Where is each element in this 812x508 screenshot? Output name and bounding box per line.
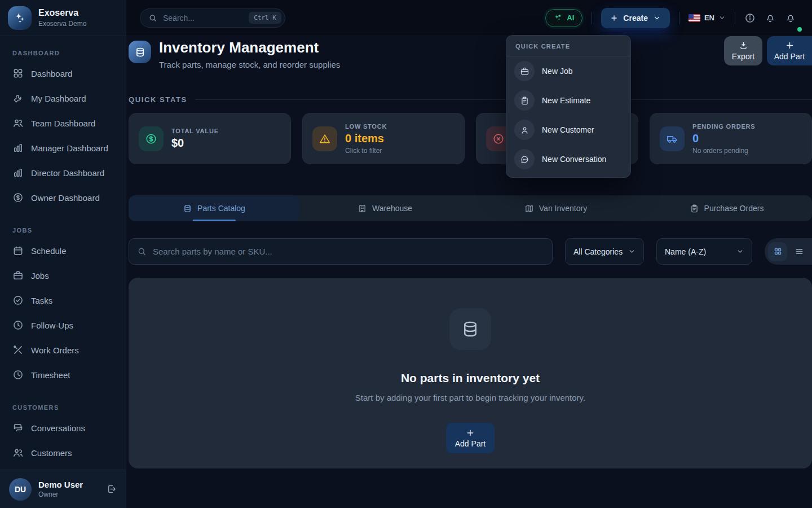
plus-icon (785, 41, 795, 50)
create-label: Create (623, 14, 648, 23)
chevron-down-icon (653, 14, 661, 22)
category-select[interactable]: All Categories (565, 238, 644, 265)
tab-label: Warehouse (372, 204, 412, 213)
tab-purchase-orders[interactable]: Purchase Orders (641, 195, 812, 221)
plus-icon (466, 428, 475, 437)
quick-stats-row: TOTAL VALUE $0 LOW STOCK 0 items Click t… (129, 113, 812, 164)
sidebar-item-manager-dashboard[interactable]: Manager Dashboard (7, 135, 119, 160)
search-icon (137, 247, 147, 256)
avatar: DU (9, 478, 32, 501)
divider (592, 12, 592, 24)
sidebar-item-work-orders[interactable]: Work Orders (7, 338, 119, 362)
quick-stats-header: QUICK STATS (129, 95, 812, 104)
empty-state-title: No parts in inventory yet (401, 371, 540, 385)
section-label-jobs: JOBS (7, 218, 119, 238)
page-subtitle: Track parts, manage stock, and reorder s… (159, 60, 340, 69)
sidebar-item-owner-dashboard[interactable]: Owner Dashboard (7, 185, 119, 210)
add-part-button[interactable]: Add Part (767, 36, 812, 65)
sidebar-item-my-dashboard[interactable]: My Dashboard (7, 86, 119, 111)
user-profile[interactable]: DU Demo User Owner (0, 470, 126, 508)
quick-stats-label: QUICK STATS (129, 95, 187, 104)
menu-item-label: New Conversation (542, 155, 606, 164)
us-flag-icon (689, 14, 700, 22)
map-icon (524, 204, 534, 213)
info-button[interactable] (744, 12, 756, 24)
list-view-icon (795, 247, 804, 256)
create-button[interactable]: Create (601, 8, 670, 28)
sidebar-item-conversations[interactable]: Conversations (7, 415, 119, 440)
users-icon (12, 117, 24, 129)
global-search-input[interactable] (163, 14, 243, 23)
sidebar-item-director-dashboard[interactable]: Director Dashboard (7, 160, 119, 185)
language-selector[interactable]: EN (689, 14, 726, 22)
users-icon (12, 447, 24, 458)
stat-subtext: Click to filter (345, 147, 387, 155)
stat-card-low-stock[interactable]: LOW STOCK 0 items Click to filter (302, 113, 465, 164)
menu-item-new-customer[interactable]: New Customer (506, 115, 630, 144)
parts-search[interactable] (129, 238, 553, 265)
filter-row: All Categories Name (A-Z) (129, 238, 812, 265)
sidebar-item-label: Dashboard (31, 69, 72, 78)
alerts-button[interactable] (785, 12, 796, 24)
tools-icon (12, 344, 24, 356)
export-button[interactable]: Export (724, 36, 762, 65)
ai-label: AI (567, 14, 574, 22)
sort-select[interactable]: Name (A-Z) (656, 238, 752, 265)
warning-triangle-icon (312, 126, 337, 151)
sidebar-item-tasks[interactable]: Tasks (7, 288, 119, 313)
inventory-tabs: Parts Catalog Warehouse Van Inventory Pu… (129, 195, 812, 221)
grid-view-icon (773, 247, 783, 256)
global-search[interactable]: Ctrl K (140, 8, 285, 28)
sidebar-item-label: Manager Dashboard (31, 143, 108, 153)
chevron-down-icon (718, 14, 726, 21)
tab-parts-catalog[interactable]: Parts Catalog (129, 195, 299, 221)
tab-label: Van Inventory (539, 204, 587, 213)
list-view-button[interactable] (789, 242, 809, 261)
sidebar-nav: DASHBOARD Dashboard My Dashboard Team Da… (0, 36, 126, 508)
sidebar-item-team-dashboard[interactable]: Team Dashboard (7, 111, 119, 135)
download-icon (739, 41, 748, 50)
stat-card-total-value[interactable]: TOTAL VALUE $0 (129, 113, 291, 164)
tab-warehouse[interactable]: Warehouse (299, 195, 470, 221)
person-icon (514, 120, 535, 140)
sidebar-item-label: Work Orders (31, 345, 79, 355)
tab-van-inventory[interactable]: Van Inventory (470, 195, 641, 221)
stat-card-pending-orders[interactable]: PENDING ORDERS 0 No orders pending (650, 113, 812, 164)
ai-assistant-button[interactable]: AI (545, 9, 582, 27)
sidebar-item-customers[interactable]: Customers (7, 440, 119, 465)
divider (735, 12, 735, 24)
sidebar-item-timesheet[interactable]: Timesheet (7, 362, 119, 387)
bar-chart-icon (12, 167, 24, 178)
stat-value: 0 (692, 132, 755, 145)
sidebar-item-schedule[interactable]: Schedule (7, 238, 119, 263)
sidebar-item-label: Owner Dashboard (31, 193, 100, 203)
notifications-button[interactable] (765, 12, 776, 24)
brand-subtitle: Exoserva Demo (38, 20, 86, 28)
keyboard-shortcut-badge: Ctrl K (249, 12, 281, 24)
clock-icon (12, 369, 24, 380)
menu-item-new-conversation[interactable]: New Conversation (506, 144, 630, 174)
empty-cta-label: Add Part (455, 439, 486, 448)
menu-item-new-estimate[interactable]: New Estimate (506, 86, 630, 115)
brand-header[interactable]: Exoserva Exoserva Demo (0, 0, 126, 36)
database-icon (449, 308, 491, 350)
empty-state-subtitle: Start by adding your first part to begin… (355, 393, 585, 402)
clipboard-icon (690, 204, 699, 213)
stat-subtext: No orders pending (692, 147, 755, 155)
sidebar-item-label: Follow-Ups (31, 321, 73, 330)
parts-search-input[interactable] (153, 247, 544, 256)
sidebar-item-follow-ups[interactable]: Follow-Ups (7, 313, 119, 338)
menu-item-label: New Customer (542, 125, 594, 134)
tab-label: Purchase Orders (704, 204, 764, 213)
page-title: Inventory Management (159, 39, 319, 56)
language-label: EN (704, 14, 714, 22)
grid-view-button[interactable] (768, 242, 787, 261)
menu-item-new-job[interactable]: New Job (506, 56, 630, 86)
main-content: Inventory Management Track parts, manage… (126, 36, 812, 508)
sidebar-item-dashboard[interactable]: Dashboard (7, 61, 119, 86)
sidebar-item-jobs[interactable]: Jobs (7, 263, 119, 288)
briefcase-icon (514, 61, 535, 81)
empty-add-part-button[interactable]: Add Part (446, 423, 495, 453)
inventory-database-icon (129, 41, 151, 63)
logout-icon[interactable] (106, 484, 117, 494)
